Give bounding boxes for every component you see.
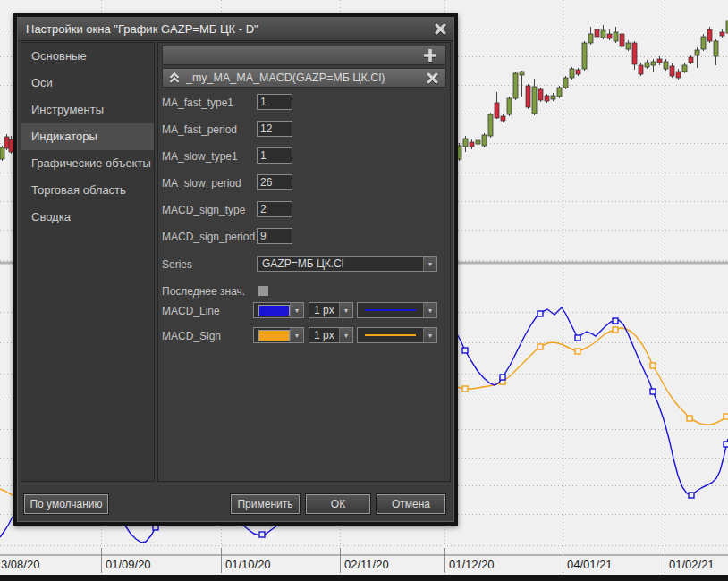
chevron-down-icon: ▾ [339, 303, 352, 317]
add-indicator-button[interactable] [424, 49, 436, 62]
macd-line-style-dropdown[interactable]: ▾ [357, 302, 437, 318]
dialog-close-button[interactable] [430, 21, 450, 38]
ma-fast-period-input[interactable] [257, 121, 292, 137]
svg-text:01/10/20: 01/10/20 [225, 558, 271, 571]
param-label: MA_fast_type1 [162, 97, 233, 109]
series-row: Series GAZP=МБ ЦК.Cl ▾ [162, 256, 446, 274]
sidebar-item-main[interactable]: Основные [21, 43, 154, 70]
svg-text:01/09/20: 01/09/20 [106, 558, 151, 571]
chevron-down-icon: ▾ [423, 328, 436, 342]
macd-sign-label: MACD_Sign [162, 330, 221, 342]
bottom-dark-strip [0, 575, 728, 581]
param-row: MACD_sign_type [162, 201, 446, 219]
macd-sign-style-row: MACD_Sign ▾ 1 px ▾ ▾ [162, 327, 446, 345]
series-value: GAZP=МБ ЦК.Cl [258, 257, 423, 270]
dialog-footer: По умолчанию Применить ОК Отмена [21, 494, 451, 514]
apply-button[interactable]: Применить [231, 494, 300, 514]
param-row: MA_slow_type1 [162, 147, 446, 165]
param-row: MA_fast_period [162, 121, 446, 139]
settings-dialog: Настройки окна "График GAZP=МБ ЦК - D" О… [13, 13, 458, 526]
series-dropdown[interactable]: GAZP=МБ ЦК.Cl ▾ [257, 256, 437, 272]
sidebar-item-graphic-objects[interactable]: Графические объекты [21, 150, 154, 177]
ok-button[interactable]: ОК [306, 494, 370, 514]
svg-text:3/08/20: 3/08/20 [1, 558, 39, 571]
param-row: MA_slow_period [162, 174, 446, 192]
sidebar-item-trading-area[interactable]: Торговая область [21, 177, 154, 204]
ma-fast-type1-input[interactable] [257, 94, 292, 110]
settings-dialog-inner: Настройки окна "График GAZP=МБ ЦК - D" О… [17, 17, 454, 522]
ma-slow-type1-input[interactable] [257, 147, 292, 164]
line-width-value: 1 px [309, 329, 339, 341]
dialog-titlebar: Настройки окна "График GAZP=МБ ЦК - D" [18, 18, 453, 41]
last-value-row: Последнее знач. [162, 282, 446, 300]
param-row: MACD_sign_period [162, 228, 446, 246]
sidebar-item-indicators[interactable]: Индикаторы [21, 123, 154, 150]
dialog-title: Настройки окна "График GAZP=МБ ЦК - D" [18, 22, 430, 36]
macd-line-label: MACD_Line [162, 305, 220, 317]
svg-text:01/12/20: 01/12/20 [449, 558, 495, 571]
line-style-sample [365, 309, 416, 311]
param-label: MA_slow_type1 [162, 150, 238, 163]
collapse-indicator-button[interactable] [168, 72, 181, 84]
color-swatch [258, 330, 290, 341]
chevron-down-icon: ▾ [339, 328, 352, 342]
last-value-checkbox[interactable] [258, 285, 269, 297]
macd-line-style-row: MACD_Line ▾ 1 px ▾ ▾ [162, 302, 446, 320]
close-icon [435, 23, 446, 35]
color-swatch [258, 305, 290, 316]
sidebar-item-axes[interactable]: Оси [21, 70, 154, 97]
param-label: MACD_sign_period [162, 231, 255, 243]
macd-sign-type-input[interactable] [257, 201, 292, 217]
indicator-title: _my_MA_MA_MACD(GAZP=МБ ЦК.Cl) [186, 72, 421, 84]
chevron-down-icon: ▾ [423, 257, 436, 271]
add-indicator-row [162, 46, 446, 65]
svg-text:01/02/21: 01/02/21 [669, 558, 715, 571]
line-style-sample [365, 334, 416, 336]
cancel-button[interactable]: Отмена [377, 494, 445, 514]
chevron-down-icon: ▾ [423, 303, 436, 317]
svg-text:04/01/21: 04/01/21 [567, 558, 613, 571]
settings-sidebar: Основные Оси Инструменты Индикаторы Граф… [21, 42, 155, 482]
macd-sign-style-dropdown[interactable]: ▾ [357, 327, 437, 343]
param-row: MA_fast_type1 [162, 94, 446, 112]
macd-sign-color-dropdown[interactable]: ▾ [253, 327, 304, 343]
chevrons-up-icon [168, 72, 181, 84]
ma-slow-period-input[interactable] [257, 174, 292, 190]
last-value-label: Последнее знач. [162, 285, 245, 298]
plus-icon [424, 49, 436, 62]
default-button[interactable]: По умолчанию [24, 494, 108, 514]
chevron-down-icon: ▾ [290, 328, 303, 342]
close-icon [427, 72, 438, 84]
macd-line-width-dropdown[interactable]: 1 px ▾ [309, 302, 353, 318]
indicator-header: _my_MA_MA_MACD(GAZP=МБ ЦК.Cl) [162, 68, 446, 88]
line-width-value: 1 px [309, 304, 339, 316]
macd-sign-width-dropdown[interactable]: 1 px ▾ [309, 327, 353, 343]
remove-indicator-button[interactable] [427, 72, 438, 84]
sidebar-item-instruments[interactable]: Инструменты [21, 97, 154, 123]
chevron-down-icon: ▾ [290, 303, 303, 317]
macd-line-color-dropdown[interactable]: ▾ [253, 302, 304, 318]
macd-sign-period-input[interactable] [257, 228, 292, 244]
sidebar-item-summary[interactable]: Сводка [21, 204, 154, 231]
series-label: Series [162, 258, 192, 271]
svg-text:02/11/20: 02/11/20 [344, 558, 389, 571]
param-label: MA_fast_period [162, 123, 237, 136]
indicator-settings-panel: _my_MA_MA_MACD(GAZP=МБ ЦК.Cl) MA_fast_ty… [157, 42, 451, 482]
param-label: MA_slow_period [162, 177, 241, 189]
param-label: MACD_sign_type [162, 204, 245, 216]
